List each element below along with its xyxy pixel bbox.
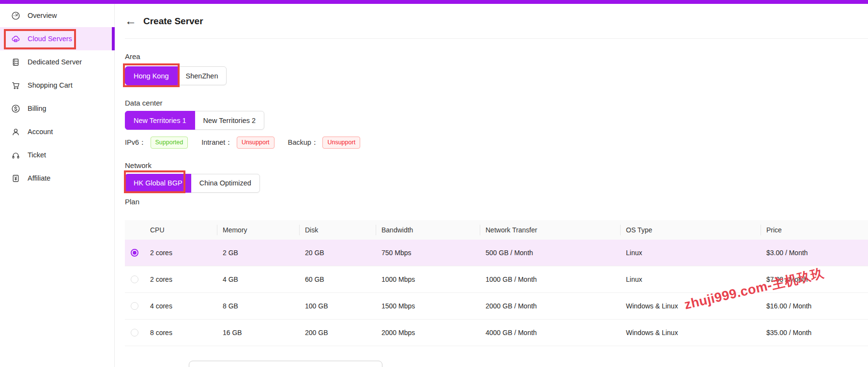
cloud-server-icon bbox=[11, 34, 20, 44]
plan-cell-os: Windows & Linux bbox=[620, 302, 761, 310]
plan-cell-bandwidth: 750 Mbps bbox=[376, 249, 480, 257]
plan-cell-price: $35.00 / Month bbox=[761, 329, 868, 336]
plan-radio[interactable] bbox=[131, 275, 138, 283]
column-header-os-type: OS Type bbox=[620, 220, 761, 240]
plan-cell-memory: 4 GB bbox=[217, 275, 299, 283]
data-center-button-group: New Territories 1New Territories 2 bbox=[125, 111, 264, 130]
feature-label: IPv6： bbox=[125, 138, 146, 147]
sidebar-item-label: Affiliate bbox=[28, 174, 50, 182]
sidebar-item-label: Shopping Cart bbox=[28, 81, 73, 89]
feature-badge: Unsupport bbox=[322, 137, 360, 149]
column-header-price: Price bbox=[761, 220, 868, 240]
plan-cell-cpu: 2 cores bbox=[144, 275, 217, 283]
network-option-hk-global-bgp[interactable]: HK Global BGP bbox=[125, 174, 191, 193]
plan-cell-os: Linux bbox=[620, 249, 761, 257]
sidebar-item-label: Cloud Servers bbox=[28, 35, 72, 43]
sidebar-item-cloud-servers[interactable]: Cloud Servers bbox=[0, 27, 114, 50]
top-accent-bar bbox=[0, 0, 868, 4]
plan-cell-bandwidth: 1000 Mbps bbox=[376, 275, 480, 283]
plan-radio-cell bbox=[125, 302, 144, 310]
column-header-disk: Disk bbox=[299, 220, 376, 240]
plan-cell-transfer: 500 GB / Month bbox=[480, 249, 620, 257]
plan-radio-cell bbox=[125, 249, 144, 257]
column-header-bandwidth: Bandwidth bbox=[376, 220, 480, 240]
sidebar-item-label: Overview bbox=[28, 12, 57, 19]
plan-cell-disk: 60 GB bbox=[299, 275, 376, 283]
sidebar: OverviewCloud ServersDedicated ServerSho… bbox=[0, 4, 115, 367]
feature-label: Backup： bbox=[288, 138, 319, 147]
sidebar-item-overview[interactable]: Overview bbox=[0, 4, 114, 27]
plan-cell-disk: 100 GB bbox=[299, 302, 376, 310]
plan-label: Plan bbox=[125, 198, 868, 206]
plan-cell-os: Linux bbox=[620, 275, 761, 283]
area-option-hong-kong[interactable]: Hong Kong bbox=[125, 66, 178, 85]
data-center-option-new-territories-1[interactable]: New Territories 1 bbox=[125, 111, 195, 130]
plan-cell-disk: 200 GB bbox=[299, 329, 376, 336]
radio-column-spacer bbox=[125, 220, 144, 240]
plan-table-header: CPUMemoryDiskBandwidthNetwork TransferOS… bbox=[125, 220, 868, 240]
plan-cell-memory: 8 GB bbox=[217, 302, 299, 310]
plan-table: CPUMemoryDiskBandwidthNetwork TransferOS… bbox=[125, 220, 868, 346]
plan-cell-price: $16.00 / Month bbox=[761, 302, 868, 310]
server-rack-icon bbox=[11, 58, 20, 67]
plan-cell-transfer: 4000 GB / Month bbox=[480, 329, 620, 336]
network-button-group: HK Global BGPChina Optimized bbox=[125, 174, 260, 193]
feature-label: Intranet： bbox=[201, 138, 232, 147]
main-content: ← Create Server Area Hong KongShenZhen D… bbox=[115, 4, 868, 367]
area-option-shenzhen[interactable]: ShenZhen bbox=[177, 66, 227, 85]
plan-cell-bandwidth: 2000 Mbps bbox=[376, 329, 480, 336]
plan-cell-price: $7.00 / Month bbox=[761, 275, 868, 283]
network-option-china-optimized[interactable]: China Optimized bbox=[191, 174, 260, 193]
plan-cell-bandwidth: 1500 Mbps bbox=[376, 302, 480, 310]
plan-row[interactable]: 8 cores16 GB200 GB2000 Mbps4000 GB / Mon… bbox=[125, 320, 868, 346]
plan-radio-cell bbox=[125, 275, 144, 283]
plan-radio[interactable] bbox=[131, 329, 138, 336]
feature-item: Backup：Unsupport bbox=[288, 137, 361, 149]
network-label: Network bbox=[125, 161, 868, 169]
sidebar-item-dedicated-server[interactable]: Dedicated Server bbox=[0, 50, 114, 74]
sidebar-item-shopping-cart[interactable]: Shopping Cart bbox=[0, 74, 114, 97]
feature-badge: Supported bbox=[151, 137, 188, 149]
sidebar-item-label: Account bbox=[28, 128, 53, 136]
user-icon bbox=[11, 127, 20, 137]
plan-radio-cell bbox=[125, 329, 144, 336]
back-arrow-icon[interactable]: ← bbox=[125, 15, 137, 27]
column-header-network-transfer: Network Transfer bbox=[480, 220, 620, 240]
feature-badge: Unsupport bbox=[237, 137, 274, 149]
sidebar-item-label: Ticket bbox=[28, 151, 46, 159]
plan-row[interactable]: 2 cores2 GB20 GB750 Mbps500 GB / MonthLi… bbox=[125, 240, 868, 266]
feature-item: Intranet：Unsupport bbox=[201, 137, 274, 149]
area-label: Area bbox=[125, 52, 868, 61]
sidebar-item-billing[interactable]: Billing bbox=[0, 97, 114, 120]
plan-cell-transfer: 2000 GB / Month bbox=[480, 302, 620, 310]
sidebar-item-ticket[interactable]: Ticket bbox=[0, 143, 114, 167]
column-header-cpu: CPU bbox=[144, 220, 217, 240]
feature-badges-row: IPv6：SupportedIntranet：UnsupportBackup：U… bbox=[125, 137, 868, 149]
yen-badge-icon bbox=[11, 174, 20, 183]
data-center-option-new-territories-2[interactable]: New Territories 2 bbox=[195, 111, 265, 130]
column-header-memory: Memory bbox=[217, 220, 299, 240]
plan-cell-cpu: 4 cores bbox=[144, 302, 217, 310]
partial-bottom-card bbox=[189, 361, 382, 367]
dollar-circle-icon bbox=[11, 104, 20, 113]
sidebar-item-label: Dedicated Server bbox=[28, 58, 82, 66]
sidebar-item-account[interactable]: Account bbox=[0, 120, 114, 143]
plan-row[interactable]: 4 cores8 GB100 GB1500 Mbps2000 GB / Mont… bbox=[125, 293, 868, 320]
page-header: ← Create Server bbox=[125, 4, 868, 39]
page-title: Create Server bbox=[143, 16, 203, 27]
plan-cell-price: $3.00 / Month bbox=[761, 249, 868, 257]
plan-cell-transfer: 1000 GB / Month bbox=[480, 275, 620, 283]
plan-cell-disk: 20 GB bbox=[299, 249, 376, 257]
plan-cell-cpu: 8 cores bbox=[144, 329, 217, 336]
plan-row[interactable]: 2 cores4 GB60 GB1000 Mbps1000 GB / Month… bbox=[125, 266, 868, 293]
sidebar-item-affiliate[interactable]: Affiliate bbox=[0, 167, 114, 190]
plan-cell-memory: 2 GB bbox=[217, 249, 299, 257]
plan-cell-os: Windows & Linux bbox=[620, 329, 761, 336]
sidebar-item-label: Billing bbox=[28, 105, 46, 112]
plan-cell-memory: 16 GB bbox=[217, 329, 299, 336]
cart-icon bbox=[11, 81, 20, 90]
gauge-icon bbox=[11, 11, 20, 20]
plan-radio[interactable] bbox=[131, 249, 138, 257]
headset-icon bbox=[11, 151, 20, 160]
plan-radio[interactable] bbox=[131, 302, 138, 310]
